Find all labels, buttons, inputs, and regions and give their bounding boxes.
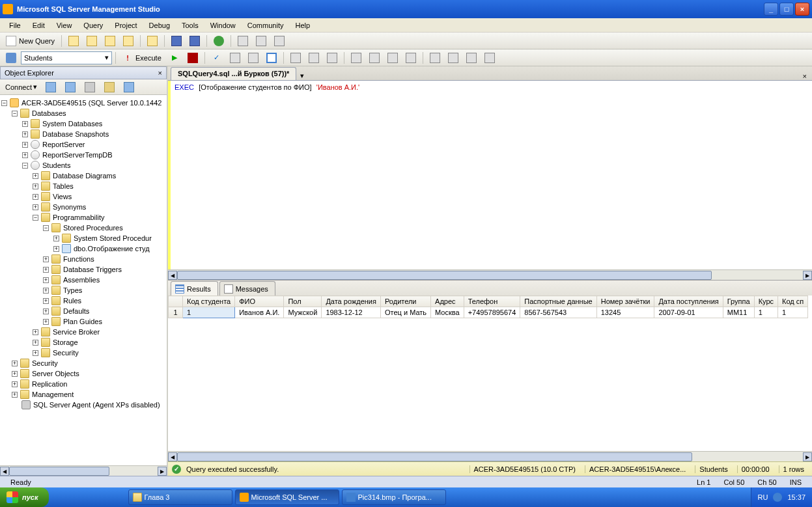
minimize-button[interactable]: _ [764, 3, 778, 16]
grid-cell[interactable]: 1 [754, 307, 777, 318]
expand-icon[interactable]: + [43, 256, 49, 262]
tree-stored-procedures[interactable]: −Stored Procedures [1, 223, 165, 233]
tree-management[interactable]: +Management [1, 389, 165, 400]
quick-launch-item[interactable] [81, 491, 94, 504]
expand-icon[interactable]: + [12, 381, 18, 387]
sql-editor[interactable]: EXEC [Отображение студентов по ФИО] 'Ива… [168, 81, 812, 269]
grid-header[interactable]: Группа [723, 296, 754, 307]
tb-btn-4[interactable] [120, 34, 137, 48]
taskbar-item[interactable]: Глава 3 [128, 489, 232, 505]
grid-header[interactable]: Код студента [183, 296, 235, 307]
parse-button[interactable]: ✓ [208, 51, 225, 65]
expand-icon[interactable]: + [43, 288, 49, 294]
tree-tables[interactable]: +Tables [1, 181, 165, 191]
tree-security[interactable]: +Security [1, 358, 165, 368]
menu-project[interactable]: Project [109, 20, 142, 31]
stop-button[interactable] [184, 51, 201, 65]
tb-btn-10[interactable] [253, 34, 270, 48]
tree-security-inner[interactable]: +Security [1, 348, 165, 358]
tree-replication[interactable]: +Replication [1, 379, 165, 389]
taskbar-item[interactable]: Pic314.bmp - Програ... [342, 489, 446, 505]
debug-button[interactable]: ▶ [166, 51, 183, 65]
menu-window[interactable]: Window [205, 20, 241, 31]
results-grid-button[interactable] [305, 51, 322, 65]
menu-debug[interactable]: Debug [144, 20, 175, 31]
menu-tools[interactable]: Tools [176, 20, 204, 31]
scroll-thumb[interactable] [177, 271, 712, 280]
execute-button[interactable]: !Execute [119, 51, 165, 65]
scroll-left-button[interactable]: ◀ [0, 467, 9, 476]
expand-icon[interactable]: + [53, 236, 59, 241]
scroll-left-button[interactable]: ◀ [168, 452, 177, 461]
grid-hscroll[interactable]: ◀ ▶ [168, 451, 812, 461]
tree-system-stored-proc[interactable]: +System Stored Procedur [1, 233, 165, 243]
connect-button[interactable]: Connect▾ [3, 81, 40, 92]
grid-header[interactable]: Телефон [464, 296, 520, 307]
scroll-right-button[interactable]: ▶ [803, 271, 812, 280]
scroll-left-button[interactable]: ◀ [168, 271, 177, 280]
tree-system-databases[interactable]: +System Databases [1, 118, 165, 129]
tb-sql-16[interactable] [445, 51, 462, 65]
tab-close-button[interactable]: × [800, 72, 809, 80]
expand-icon[interactable]: + [53, 246, 59, 252]
intellisense-button[interactable] [263, 51, 280, 65]
tree-db-triggers[interactable]: +Database Triggers [1, 264, 165, 275]
tree-custom-proc[interactable]: +dbo.Отображение студ [1, 243, 165, 254]
stop-connect-button[interactable] [81, 80, 98, 94]
tree-synonyms[interactable]: +Synonyms [1, 202, 165, 212]
grid-header[interactable]: Пол [284, 296, 322, 307]
tree-server-objects[interactable]: +Server Objects [1, 368, 165, 379]
outdent-button[interactable] [402, 51, 419, 65]
tree-assemblies[interactable]: +Assemblies [1, 275, 165, 285]
quick-launch-item[interactable] [96, 491, 109, 504]
menu-community[interactable]: Community [242, 20, 289, 31]
expand-icon[interactable]: + [43, 308, 49, 314]
comment-button[interactable] [348, 51, 365, 65]
tree-hscroll[interactable]: ◀ ▶ [0, 465, 167, 476]
tab-dropdown-button[interactable]: ▾ [298, 72, 307, 80]
quick-launch-item[interactable] [53, 491, 66, 504]
scroll-thumb[interactable] [9, 467, 109, 476]
tree-views[interactable]: +Views [1, 191, 165, 202]
expand-icon[interactable]: + [33, 184, 38, 189]
save-button[interactable] [168, 34, 185, 48]
grid-header[interactable]: Дата поступления [654, 296, 723, 307]
new-query-button[interactable]: New Query [3, 34, 58, 48]
menu-file[interactable]: File [4, 20, 26, 31]
tree-storage[interactable]: +Storage [1, 337, 165, 348]
collapse-icon[interactable]: − [33, 215, 38, 221]
grid-cell[interactable]: Мужской [284, 307, 322, 318]
tb-btn-9[interactable] [234, 34, 251, 48]
expand-icon[interactable]: + [22, 152, 28, 158]
grid-header[interactable]: Паспортные данные [520, 296, 596, 307]
clock[interactable]: 15:37 [787, 493, 805, 501]
expand-icon[interactable]: + [12, 392, 18, 398]
specify-values-button[interactable] [427, 51, 443, 65]
scroll-right-button[interactable]: ▶ [158, 467, 167, 476]
expand-icon[interactable]: + [22, 121, 28, 127]
uncomment-button[interactable] [366, 51, 383, 65]
query-options-button[interactable] [245, 51, 262, 65]
tree-types[interactable]: +Types [1, 285, 165, 295]
connect-server-button[interactable] [42, 80, 59, 94]
tree-reportserver[interactable]: +ReportServer [1, 139, 165, 150]
grid-cell[interactable]: 2007-09-01 [654, 307, 723, 318]
grid-cell[interactable]: +74957895674 [464, 307, 520, 318]
database-dropdown[interactable]: Students ▾ [21, 51, 112, 64]
display-plan-button[interactable] [227, 51, 244, 65]
tree-server[interactable]: −ACER-3AD5E49515 (SQL Server 10.0.1442 [1, 98, 165, 108]
tree-databases[interactable]: −Databases [1, 108, 165, 118]
collapse-icon[interactable]: − [1, 100, 7, 106]
tb-btn-3[interactable] [102, 34, 119, 48]
maximize-button[interactable]: □ [779, 3, 794, 16]
tb-btn-11[interactable] [271, 34, 288, 48]
grid-header[interactable]: Адрес [431, 296, 464, 307]
menu-help[interactable]: Help [290, 20, 315, 31]
quick-launch-item[interactable] [110, 491, 123, 504]
expand-icon[interactable]: + [33, 173, 38, 179]
disconnect-button[interactable] [62, 80, 79, 94]
grid-cell[interactable]: Москва [431, 307, 464, 318]
tree-functions[interactable]: +Functions [1, 254, 165, 264]
quick-launch-item[interactable] [67, 491, 80, 504]
expand-icon[interactable]: + [33, 194, 38, 200]
